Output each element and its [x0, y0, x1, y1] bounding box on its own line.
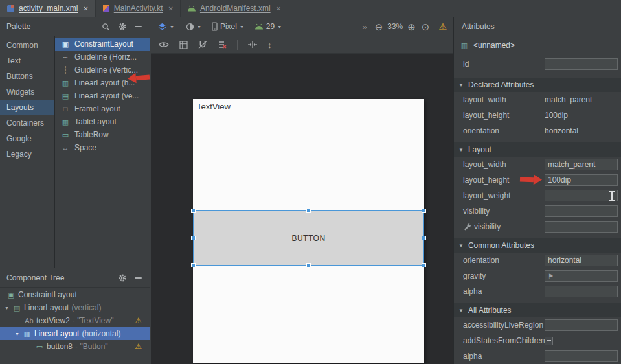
design-surface-selector[interactable]: ▼ — [157, 23, 174, 31]
component-label: Space — [74, 143, 96, 152]
chevron-down-icon[interactable]: ▼ — [13, 332, 21, 336]
autoconnect-magnet-icon[interactable] — [198, 40, 207, 49]
warning-icon[interactable]: ⚠ — [135, 317, 142, 324]
gear-icon[interactable] — [118, 273, 127, 282]
component-framelayout[interactable]: □ FrameLayout — [55, 102, 150, 115]
component-linearlayout-vertical[interactable]: ▤ LinearLayout (ve... — [55, 89, 150, 102]
component-label: Guideline (Horiz... — [74, 52, 137, 62]
design-canvas[interactable]: TextView BUTTON — [151, 54, 453, 364]
category-legacy[interactable]: Legacy — [0, 146, 54, 162]
palette-title: Palette — [6, 22, 30, 31]
tree-item-textview2[interactable]: Ab textView2 - "TextView" ⚠ — [0, 314, 150, 327]
chevron-down-icon: ▼ — [458, 243, 464, 249]
selected-component-row: ▥ <unnamed> — [454, 36, 621, 54]
view-options-eye-icon[interactable] — [159, 41, 169, 49]
attr-row-layout_width: layout_width match_parent — [454, 92, 621, 108]
canvas-linearlayout-selected[interactable]: BUTTON — [193, 210, 424, 266]
section-all-attributes[interactable]: ▼ All Attributes — [454, 303, 621, 317]
tools-visibility-input[interactable] — [545, 221, 618, 233]
tree-item-constraintlayout[interactable]: ▣ ConstraintLayout — [0, 288, 150, 301]
linearlayout-vertical-icon: ▤ — [11, 304, 23, 312]
component-space[interactable]: ↔ Space — [55, 141, 150, 154]
resize-handle-top-middle[interactable] — [306, 209, 311, 213]
blueprint-grid-icon[interactable] — [179, 41, 188, 49]
chevron-down-icon[interactable]: ▼ — [3, 306, 11, 310]
tab-activity-main-xml[interactable]: activity_main.xml ✕ — [0, 0, 96, 17]
hide-panel-icon[interactable] — [135, 277, 142, 279]
tab-mainactivity-kt[interactable]: MainActivity.kt ✕ — [96, 0, 181, 17]
api-level-selector[interactable]: 29 ▼ — [254, 22, 282, 31]
orientation-input[interactable]: horizontal — [545, 255, 618, 266]
accessibilityliveregion-input[interactable] — [545, 319, 618, 331]
tablerow-icon: ▭ — [60, 131, 71, 139]
category-google[interactable]: Google — [0, 131, 54, 146]
component-tree: ▣ ConstraintLayout ▼ ▤ LinearLayout (ver… — [0, 286, 150, 364]
resize-handle-bottom-middle[interactable] — [306, 263, 311, 267]
close-icon[interactable]: ✕ — [83, 5, 88, 12]
resize-handle-bottom-left[interactable] — [191, 263, 196, 267]
component-tablerow[interactable]: ▭ TableRow — [55, 128, 150, 141]
attr-label: layout_width — [454, 95, 545, 104]
device-screen[interactable]: TextView BUTTON — [193, 99, 424, 363]
tree-item-linearlayout-vertical[interactable]: ▼ ▤ LinearLayout (vertical) — [0, 301, 150, 314]
attr-label: alpha — [454, 287, 545, 296]
category-layouts[interactable]: Layouts — [0, 100, 54, 115]
attr-value[interactable]: horizontal — [545, 126, 578, 135]
hide-panel-icon[interactable] — [135, 26, 142, 27]
attr-value[interactable]: match_parent — [545, 95, 592, 104]
visibility-input[interactable] — [545, 205, 618, 217]
warning-icon[interactable]: ⚠ — [135, 343, 142, 350]
alpha-input[interactable] — [545, 350, 618, 362]
component-tablelayout[interactable]: ▦ TableLayout — [55, 115, 150, 128]
layout_width-input[interactable]: match_parent — [545, 159, 618, 170]
tree-item-linearlayout-horizontal[interactable]: ▼ ▥ LinearLayout (horizontal) — [0, 327, 150, 340]
category-text[interactable]: Text — [0, 53, 54, 69]
layout_weight-input[interactable] — [545, 190, 618, 201]
category-buttons[interactable]: Buttons — [0, 69, 54, 84]
tab-androidmanifest-xml[interactable]: AndroidManifest.xml ✕ — [181, 0, 288, 17]
warning-icon[interactable]: ⚠ — [438, 22, 447, 31]
android-icon — [254, 23, 264, 30]
id-input[interactable] — [545, 58, 618, 70]
resize-handle-middle-left[interactable] — [191, 236, 196, 240]
resize-handle-middle-right[interactable] — [422, 236, 426, 240]
pack-horizontal-icon[interactable] — [248, 41, 257, 49]
resize-handle-top-left[interactable] — [191, 209, 196, 213]
resize-handle-bottom-right[interactable] — [422, 263, 426, 267]
attributes-panel: Attributes ▥ <unnamed> id ▼ Declared Att… — [453, 17, 621, 364]
resize-handle-top-right[interactable] — [422, 209, 426, 213]
category-widgets[interactable]: Widgets — [0, 84, 54, 100]
component-tree-header-icons — [118, 273, 143, 282]
component-label: TableLayout — [74, 117, 117, 126]
component-guideline-horizontal[interactable]: ┄ Guideline (Horiz... — [55, 51, 150, 63]
zoom-in-icon[interactable]: ⊕ — [407, 22, 416, 32]
section-common-attributes[interactable]: ▼ Common Attributes — [454, 238, 621, 253]
flag-icon[interactable]: ⚑ — [548, 273, 554, 280]
search-icon[interactable] — [102, 23, 110, 31]
addstatesfromchildren-checkbox[interactable] — [545, 337, 553, 345]
section-layout[interactable]: ▼ Layout — [454, 142, 621, 157]
section-declared-attributes[interactable]: ▼ Declared Attributes — [454, 78, 621, 92]
editor-tabbar: activity_main.xml ✕ MainActivity.kt ✕ An… — [0, 0, 621, 17]
component-constraintlayout[interactable]: ▣ ConstraintLayout — [55, 38, 150, 51]
attr-value[interactable]: 100dip — [545, 111, 568, 120]
theme-selector[interactable]: ▼ — [186, 23, 201, 31]
toolbar-overflow-icon[interactable]: » — [362, 22, 367, 32]
expand-vertical-icon[interactable]: ↕ — [267, 41, 272, 49]
close-icon[interactable]: ✕ — [168, 5, 174, 12]
zoom-out-icon[interactable]: ⊖ — [375, 22, 383, 32]
category-containers[interactable]: Containers — [0, 115, 54, 131]
canvas-textview[interactable]: TextView — [197, 102, 231, 111]
tree-item-button8[interactable]: ▭ button8 - "Button" ⚠ — [0, 340, 150, 353]
clear-constraints-icon[interactable] — [218, 40, 227, 49]
zoom-to-fit-icon[interactable]: ⊙ — [422, 22, 430, 32]
device-selector[interactable]: Pixel ▼ — [212, 22, 244, 31]
gravity-input[interactable]: ⚑ — [545, 270, 618, 282]
attr-label: visibility — [454, 207, 545, 216]
alpha-input[interactable] — [545, 286, 618, 297]
gear-icon[interactable] — [118, 22, 127, 31]
layout_height-input[interactable]: 100dip — [545, 174, 618, 186]
close-icon[interactable]: ✕ — [276, 5, 281, 12]
canvas-button[interactable]: BUTTON — [291, 234, 325, 243]
category-common[interactable]: Common — [0, 38, 54, 53]
